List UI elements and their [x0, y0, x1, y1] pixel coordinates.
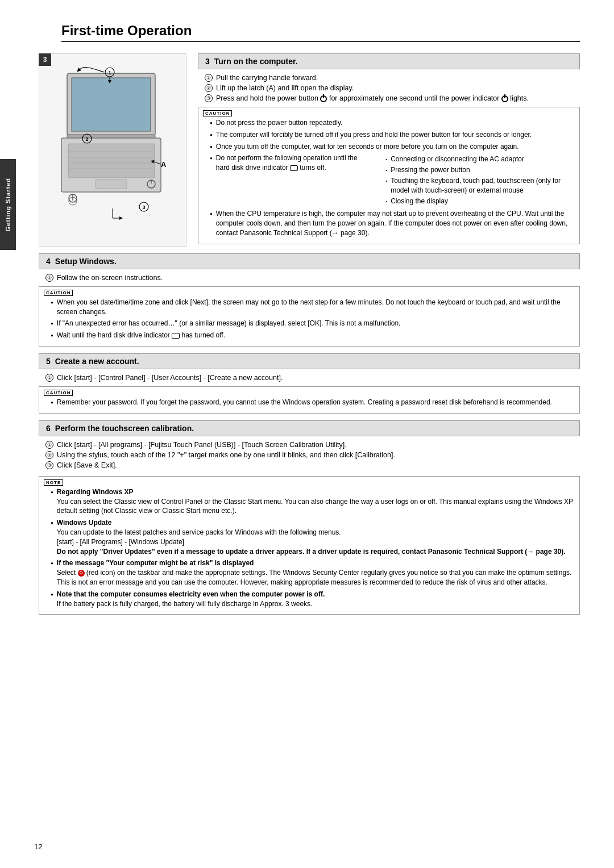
sub-3: Touching the keyboard, touch pad, touchs…: [385, 176, 575, 195]
step3-item-2: ② Lift up the latch (A) and lift open th…: [205, 84, 580, 92]
note-2-bold: Windows Update: [57, 519, 112, 527]
step3-caution-4: Do not perform the following operation u…: [210, 153, 575, 207]
step3-caution-5: When the CPU temperature is high, the co…: [210, 209, 575, 237]
step4-caution-box: CAUTION When you set date/time/time zone…: [39, 286, 580, 347]
note-item-4: Note that the computer consumes electric…: [51, 590, 575, 609]
step6-item-2: ② Using the stylus, touch each of the 12…: [45, 451, 580, 459]
svg-text:A: A: [161, 160, 167, 169]
step3-caution-box: CAUTION Do not press the power button re…: [198, 107, 580, 244]
step5-caution-box: CAUTION Remember your password. If you f…: [39, 386, 580, 414]
step3-list: ① Pull the carrying handle forward. ② Li…: [198, 74, 580, 102]
circle-6-1: ①: [45, 441, 53, 449]
sidebar-label: Getting Started: [5, 178, 11, 231]
sub-4: Closing the display: [385, 197, 575, 206]
step3-number: 3: [205, 57, 210, 66]
circle-6-3: ③: [45, 461, 53, 469]
svg-text:2: 2: [85, 136, 88, 142]
svg-rect-1: [72, 78, 151, 131]
step4-number: 4: [46, 257, 51, 266]
step3-item-3-text: Press and hold the power button for appr…: [216, 94, 529, 102]
step4-caution-1: When you set date/time/time zone and cli…: [51, 298, 575, 317]
note-4-text: If the battery pack is fully charged, th…: [57, 600, 313, 608]
step6-header: 6 Perform the touchscreen calibration.: [39, 420, 580, 436]
hdd-icon-1: [290, 165, 298, 171]
note-1-text: You can select the Classic view of Contr…: [57, 498, 573, 515]
note-label: NOTE: [44, 479, 63, 486]
sidebar-tab: Getting Started: [0, 159, 16, 250]
note-2-text: You can update to the latest patches and…: [57, 528, 566, 556]
page-number: 12: [34, 842, 42, 851]
step5-item-1-text: Click [start] - [Control Panel] - [User …: [57, 374, 283, 382]
note-3-text: Select ⚙ (red icon) on the taskbar and m…: [57, 569, 572, 586]
note-item-2: Windows Update You can update to the lat…: [51, 518, 575, 556]
hdd-icon-2: [172, 333, 180, 339]
step3-caution-2: The computer will forcibly be turned off…: [210, 130, 575, 140]
step4-caution-list: When you set date/time/time zone and cli…: [44, 298, 575, 340]
step-num-box-3: 3: [39, 53, 51, 66]
step4-section: 4 Setup Windows. ① Follow the on-screen …: [39, 253, 580, 347]
step4-list: ① Follow the on-screen instructions.: [39, 274, 580, 282]
step5-caution-1: Remember your password. If you forget th…: [51, 398, 575, 407]
note-1-bold: Regarding Windows XP: [57, 488, 134, 496]
step4-caution-label: CAUTION: [44, 290, 73, 296]
step3-content: 3 Turn on the computer. ① Pull the carry…: [198, 53, 580, 248]
note-3-bold: If the message "Your computer might be a…: [57, 559, 254, 567]
step4-item-1-text: Follow the on-screen instructions.: [57, 274, 163, 282]
step4-header: 4 Setup Windows.: [39, 253, 580, 269]
step4-title: Setup Windows.: [55, 257, 117, 266]
page-title: First-time Operation: [61, 23, 580, 42]
svg-text:3: 3: [142, 205, 145, 210]
step3-caution-list: Do not press the power button repeatedly…: [203, 118, 575, 238]
step5-caution-list: Remember your password. If you forget th…: [44, 398, 575, 407]
main-content: First-time Operation 3: [16, 0, 614, 641]
svg-text:1: 1: [108, 70, 111, 76]
svg-rect-4: [68, 144, 155, 178]
step3-header: 3 Turn on the computer.: [198, 53, 580, 69]
power-icon-inline: [320, 95, 327, 102]
power-indicator-icon: [501, 95, 508, 102]
step4-caution-2: If "An unexpected error has occurred…" (…: [51, 319, 575, 328]
step5-number: 5: [46, 357, 51, 366]
step6-title: Perform the touchscreen calibration.: [55, 424, 194, 433]
step3-item-2-text: Lift up the latch (A) and lift open the …: [216, 84, 354, 92]
note-4-bold: Note that the computer consumes electric…: [57, 590, 325, 598]
step6-item-3-text: Click [Save & Exit].: [57, 461, 117, 469]
step5-title: Create a new account.: [55, 357, 139, 366]
step3-item-1-text: Pull the carrying handle forward.: [216, 74, 318, 82]
step6-item-1-text: Click [start] - [All programs] - [Fujits…: [57, 441, 347, 449]
circle-3: ③: [205, 94, 213, 102]
step5-caution-label: CAUTION: [44, 390, 73, 396]
page-container: Getting Started First-time Operation 3: [0, 0, 614, 868]
step4-item-1: ① Follow the on-screen instructions.: [45, 274, 580, 282]
step4-caution-3: Wait until the hard disk drive indicator…: [51, 331, 575, 340]
circle-4-1: ①: [45, 274, 53, 282]
circle-5-1: ①: [45, 374, 53, 382]
sub-2: Pressing the power button: [385, 165, 575, 175]
step3-sub-bullets: Connecting or disconnecting the AC adapt…: [374, 155, 575, 207]
note-item-3: If the message "Your computer might be a…: [51, 558, 575, 587]
note-section: NOTE Regarding Windows XP You can select…: [39, 476, 580, 615]
laptop-illustration: 1 2 3 A: [50, 62, 175, 238]
step3-caution-1: Do not press the power button repeatedly…: [210, 118, 575, 128]
top-layout: 3: [39, 53, 580, 248]
step5-list: ① Click [start] - [Control Panel] - [Use…: [39, 374, 580, 382]
circle-2: ②: [205, 84, 213, 92]
image-area: 3: [39, 53, 186, 247]
step6-list: ① Click [start] - [All programs] - [Fuji…: [39, 441, 580, 469]
step6-section: 6 Perform the touchscreen calibration. ①…: [39, 420, 580, 469]
circle-6-2: ②: [45, 451, 53, 459]
step5-header: 5 Create a new account.: [39, 353, 580, 369]
note-list: Regarding Windows XP You can select the …: [44, 487, 575, 609]
step3-item-1: ① Pull the carrying handle forward.: [205, 74, 580, 82]
step5-item-1: ① Click [start] - [Control Panel] - [Use…: [45, 374, 580, 382]
circle-1: ①: [205, 74, 213, 82]
step6-item-2-text: Using the stylus, touch each of the 12 "…: [57, 451, 395, 459]
note-item-1: Regarding Windows XP You can select the …: [51, 487, 575, 516]
step3-item-3: ③ Press and hold the power button for ap…: [205, 94, 580, 102]
step6-item-3: ③ Click [Save & Exit].: [45, 461, 580, 469]
sub-1: Connecting or disconnecting the AC adapt…: [385, 155, 575, 164]
step6-number: 6: [46, 424, 51, 433]
step5-section: 5 Create a new account. ① Click [start] …: [39, 353, 580, 414]
step3-caution-3: Once you turn off the computer, wait for…: [210, 142, 575, 152]
step3-caution-label: CAUTION: [203, 110, 232, 116]
